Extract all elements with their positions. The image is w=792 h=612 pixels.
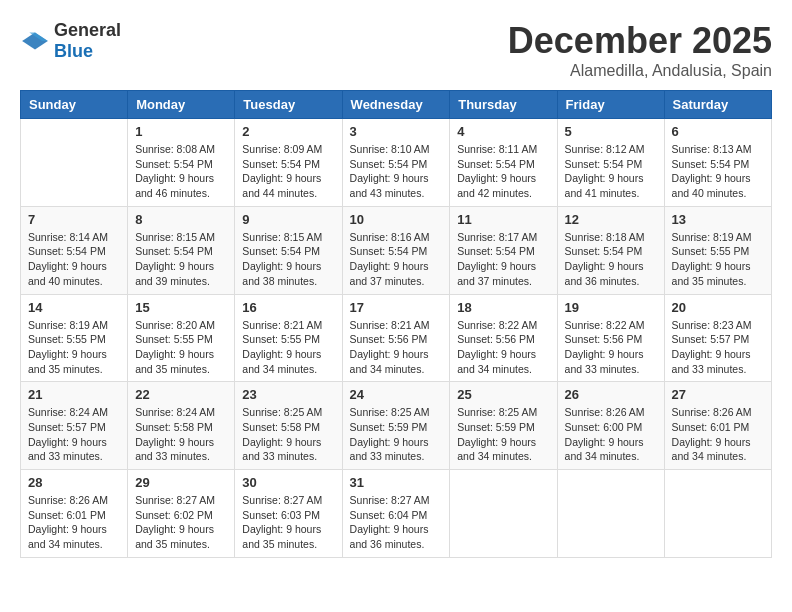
calendar-cell: 20Sunrise: 8:23 AM Sunset: 5:57 PM Dayli… (664, 294, 771, 382)
day-info: Sunrise: 8:11 AM Sunset: 5:54 PM Dayligh… (457, 142, 549, 201)
day-info: Sunrise: 8:16 AM Sunset: 5:54 PM Dayligh… (350, 230, 443, 289)
logo-general: General (54, 20, 121, 40)
calendar-cell: 25Sunrise: 8:25 AM Sunset: 5:59 PM Dayli… (450, 382, 557, 470)
calendar-cell: 31Sunrise: 8:27 AM Sunset: 6:04 PM Dayli… (342, 470, 450, 558)
day-info: Sunrise: 8:27 AM Sunset: 6:04 PM Dayligh… (350, 493, 443, 552)
calendar-cell (557, 470, 664, 558)
day-info: Sunrise: 8:26 AM Sunset: 6:00 PM Dayligh… (565, 405, 657, 464)
week-row-0: 1Sunrise: 8:08 AM Sunset: 5:54 PM Daylig… (21, 119, 772, 207)
day-number: 23 (242, 387, 334, 402)
day-number: 19 (565, 300, 657, 315)
calendar-cell: 18Sunrise: 8:22 AM Sunset: 5:56 PM Dayli… (450, 294, 557, 382)
day-info: Sunrise: 8:23 AM Sunset: 5:57 PM Dayligh… (672, 318, 764, 377)
calendar-cell: 8Sunrise: 8:15 AM Sunset: 5:54 PM Daylig… (128, 206, 235, 294)
calendar-cell: 2Sunrise: 8:09 AM Sunset: 5:54 PM Daylig… (235, 119, 342, 207)
header: General Blue December 2025 Alamedilla, A… (20, 20, 772, 80)
day-number: 3 (350, 124, 443, 139)
day-info: Sunrise: 8:13 AM Sunset: 5:54 PM Dayligh… (672, 142, 764, 201)
day-info: Sunrise: 8:24 AM Sunset: 5:58 PM Dayligh… (135, 405, 227, 464)
day-info: Sunrise: 8:27 AM Sunset: 6:02 PM Dayligh… (135, 493, 227, 552)
day-number: 20 (672, 300, 764, 315)
day-info: Sunrise: 8:25 AM Sunset: 5:59 PM Dayligh… (457, 405, 549, 464)
calendar-cell: 23Sunrise: 8:25 AM Sunset: 5:58 PM Dayli… (235, 382, 342, 470)
header-wednesday: Wednesday (342, 91, 450, 119)
week-row-1: 7Sunrise: 8:14 AM Sunset: 5:54 PM Daylig… (21, 206, 772, 294)
calendar-cell: 14Sunrise: 8:19 AM Sunset: 5:55 PM Dayli… (21, 294, 128, 382)
day-info: Sunrise: 8:20 AM Sunset: 5:55 PM Dayligh… (135, 318, 227, 377)
day-number: 11 (457, 212, 549, 227)
logo: General Blue (20, 20, 121, 62)
day-info: Sunrise: 8:22 AM Sunset: 5:56 PM Dayligh… (565, 318, 657, 377)
title-section: December 2025 Alamedilla, Andalusia, Spa… (508, 20, 772, 80)
day-info: Sunrise: 8:26 AM Sunset: 6:01 PM Dayligh… (672, 405, 764, 464)
logo-blue: Blue (54, 41, 93, 61)
day-info: Sunrise: 8:09 AM Sunset: 5:54 PM Dayligh… (242, 142, 334, 201)
day-number: 2 (242, 124, 334, 139)
day-info: Sunrise: 8:18 AM Sunset: 5:54 PM Dayligh… (565, 230, 657, 289)
day-number: 28 (28, 475, 120, 490)
calendar-header-row: SundayMondayTuesdayWednesdayThursdayFrid… (21, 91, 772, 119)
calendar-cell: 12Sunrise: 8:18 AM Sunset: 5:54 PM Dayli… (557, 206, 664, 294)
day-number: 7 (28, 212, 120, 227)
calendar-cell: 5Sunrise: 8:12 AM Sunset: 5:54 PM Daylig… (557, 119, 664, 207)
day-info: Sunrise: 8:22 AM Sunset: 5:56 PM Dayligh… (457, 318, 549, 377)
header-saturday: Saturday (664, 91, 771, 119)
day-number: 10 (350, 212, 443, 227)
calendar-cell: 28Sunrise: 8:26 AM Sunset: 6:01 PM Dayli… (21, 470, 128, 558)
calendar-cell: 22Sunrise: 8:24 AM Sunset: 5:58 PM Dayli… (128, 382, 235, 470)
calendar-cell (21, 119, 128, 207)
day-info: Sunrise: 8:25 AM Sunset: 5:58 PM Dayligh… (242, 405, 334, 464)
day-number: 9 (242, 212, 334, 227)
calendar-table: SundayMondayTuesdayWednesdayThursdayFrid… (20, 90, 772, 558)
calendar-cell: 10Sunrise: 8:16 AM Sunset: 5:54 PM Dayli… (342, 206, 450, 294)
calendar-cell: 3Sunrise: 8:10 AM Sunset: 5:54 PM Daylig… (342, 119, 450, 207)
day-info: Sunrise: 8:15 AM Sunset: 5:54 PM Dayligh… (135, 230, 227, 289)
calendar-cell: 29Sunrise: 8:27 AM Sunset: 6:02 PM Dayli… (128, 470, 235, 558)
calendar-cell (450, 470, 557, 558)
day-number: 17 (350, 300, 443, 315)
day-number: 22 (135, 387, 227, 402)
logo-icon (20, 31, 50, 51)
calendar-cell: 13Sunrise: 8:19 AM Sunset: 5:55 PM Dayli… (664, 206, 771, 294)
calendar-cell: 16Sunrise: 8:21 AM Sunset: 5:55 PM Dayli… (235, 294, 342, 382)
calendar-cell: 11Sunrise: 8:17 AM Sunset: 5:54 PM Dayli… (450, 206, 557, 294)
day-number: 6 (672, 124, 764, 139)
calendar-cell: 21Sunrise: 8:24 AM Sunset: 5:57 PM Dayli… (21, 382, 128, 470)
day-number: 31 (350, 475, 443, 490)
calendar-cell: 15Sunrise: 8:20 AM Sunset: 5:55 PM Dayli… (128, 294, 235, 382)
calendar-cell: 6Sunrise: 8:13 AM Sunset: 5:54 PM Daylig… (664, 119, 771, 207)
calendar-cell: 19Sunrise: 8:22 AM Sunset: 5:56 PM Dayli… (557, 294, 664, 382)
calendar-cell: 30Sunrise: 8:27 AM Sunset: 6:03 PM Dayli… (235, 470, 342, 558)
calendar-cell (664, 470, 771, 558)
header-sunday: Sunday (21, 91, 128, 119)
day-info: Sunrise: 8:24 AM Sunset: 5:57 PM Dayligh… (28, 405, 120, 464)
day-number: 27 (672, 387, 764, 402)
calendar-cell: 17Sunrise: 8:21 AM Sunset: 5:56 PM Dayli… (342, 294, 450, 382)
month-year-title: December 2025 (508, 20, 772, 62)
day-number: 14 (28, 300, 120, 315)
calendar-cell: 26Sunrise: 8:26 AM Sunset: 6:00 PM Dayli… (557, 382, 664, 470)
header-friday: Friday (557, 91, 664, 119)
day-number: 30 (242, 475, 334, 490)
day-info: Sunrise: 8:12 AM Sunset: 5:54 PM Dayligh… (565, 142, 657, 201)
day-info: Sunrise: 8:19 AM Sunset: 5:55 PM Dayligh… (672, 230, 764, 289)
day-number: 15 (135, 300, 227, 315)
location-title: Alamedilla, Andalusia, Spain (508, 62, 772, 80)
header-monday: Monday (128, 91, 235, 119)
week-row-3: 21Sunrise: 8:24 AM Sunset: 5:57 PM Dayli… (21, 382, 772, 470)
day-info: Sunrise: 8:19 AM Sunset: 5:55 PM Dayligh… (28, 318, 120, 377)
calendar-cell: 4Sunrise: 8:11 AM Sunset: 5:54 PM Daylig… (450, 119, 557, 207)
day-number: 12 (565, 212, 657, 227)
week-row-2: 14Sunrise: 8:19 AM Sunset: 5:55 PM Dayli… (21, 294, 772, 382)
day-number: 4 (457, 124, 549, 139)
day-info: Sunrise: 8:15 AM Sunset: 5:54 PM Dayligh… (242, 230, 334, 289)
day-number: 13 (672, 212, 764, 227)
day-number: 25 (457, 387, 549, 402)
day-info: Sunrise: 8:08 AM Sunset: 5:54 PM Dayligh… (135, 142, 227, 201)
calendar-cell: 24Sunrise: 8:25 AM Sunset: 5:59 PM Dayli… (342, 382, 450, 470)
day-number: 5 (565, 124, 657, 139)
day-info: Sunrise: 8:21 AM Sunset: 5:55 PM Dayligh… (242, 318, 334, 377)
calendar-cell: 27Sunrise: 8:26 AM Sunset: 6:01 PM Dayli… (664, 382, 771, 470)
day-info: Sunrise: 8:14 AM Sunset: 5:54 PM Dayligh… (28, 230, 120, 289)
header-tuesday: Tuesday (235, 91, 342, 119)
